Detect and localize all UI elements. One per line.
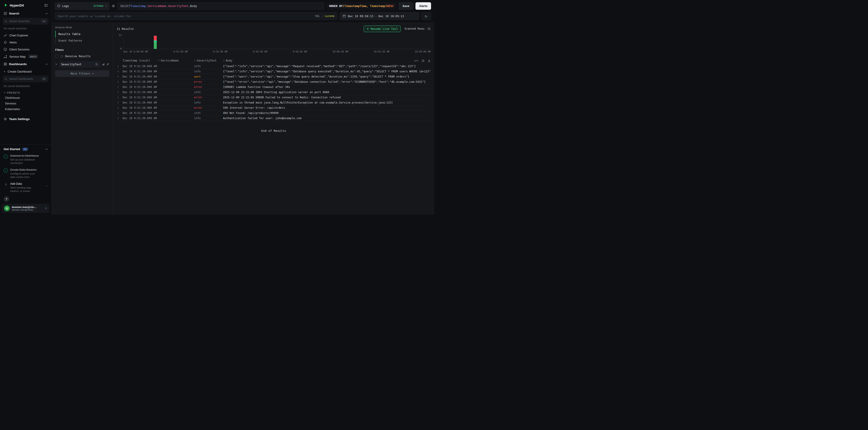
- mode-sql-toggle[interactable]: SQL: [315, 14, 320, 18]
- results-table: Timestamp (Local) ⠿ ServiceName ⠿ Severi…: [117, 58, 431, 121]
- mode-event-patterns[interactable]: Event Patterns: [55, 37, 109, 44]
- event-search-bar[interactable]: SQL | Lucene: [55, 12, 337, 20]
- chevron-right-icon[interactable]: [55, 64, 57, 65]
- row-timestamp: Dec 10 9:51:30.000 AM: [123, 111, 158, 114]
- table-row[interactable]: Dec 10 9:51:30.000 AM info 2025-12-09 22…: [117, 90, 431, 95]
- table-row[interactable]: Dec 10 9:51:30.000 AM error {"level":"er…: [117, 79, 431, 85]
- row-body: Authentication failed for user: john@exa…: [223, 117, 431, 120]
- denoise-checkbox[interactable]: [55, 55, 58, 58]
- row-expand-icon[interactable]: [117, 118, 123, 119]
- chart-y-axis: 12 0: [117, 35, 123, 49]
- drag-handle-icon[interactable]: ⠿: [194, 60, 196, 62]
- row-expand-icon[interactable]: [117, 97, 123, 98]
- filter-search-icon[interactable]: [95, 63, 98, 66]
- saved-dashboards-input[interactable]: Saved Dashboards ⌘K: [3, 75, 49, 82]
- row-severity: error: [194, 96, 223, 99]
- preset-item-services[interactable]: Services: [0, 101, 51, 106]
- results-count: 11 Results: [117, 27, 134, 31]
- table-row[interactable]: Dec 10 9:51:30.000 AM error [ERROR] Lamb…: [117, 85, 431, 90]
- search-input[interactable]: [58, 14, 312, 18]
- get-started-item-add-data[interactable]: 3 Add Data Start sending logs, metrics, …: [4, 182, 48, 193]
- mode-lucene-toggle[interactable]: Lucene: [325, 14, 335, 18]
- table-row[interactable]: Dec 10 9:51:30.000 AM error 500 Internal…: [117, 105, 431, 110]
- chart-x-tick: 10:02:30 AM: [374, 50, 390, 53]
- run-query-button[interactable]: ▷: [422, 12, 431, 20]
- row-body: {"level":"info","service":"api","message…: [223, 65, 431, 68]
- source-selector[interactable]: Logs Schema: [55, 2, 110, 10]
- presets-toggle[interactable]: PRESETS: [0, 90, 51, 95]
- more-filters-button[interactable]: More filters: [55, 70, 109, 77]
- table-row[interactable]: Dec 10 9:51:30.000 AM info 404 Not Found…: [117, 110, 431, 116]
- chart-plot-area[interactable]: [123, 35, 431, 49]
- row-body: 2025-12-09 22:15:00 INFO Starting applic…: [223, 91, 431, 94]
- drag-handle-icon[interactable]: ⠿: [158, 60, 159, 62]
- denoise-results-toggle[interactable]: Denoise Results: [55, 55, 109, 58]
- filter-chart-icon[interactable]: [102, 63, 105, 66]
- row-expand-icon[interactable]: [117, 81, 123, 82]
- sidebar-item-client-sessions[interactable]: Client Sessions: [0, 46, 51, 53]
- column-header-timestamp[interactable]: Timestamp (Local): [123, 59, 158, 62]
- arrow-right-icon: →: [45, 184, 48, 193]
- row-expand-icon[interactable]: [117, 102, 123, 103]
- row-timestamp: Dec 10 9:51:30.000 AM: [123, 65, 158, 68]
- sidebar-item-alerts[interactable]: Alerts: [0, 39, 51, 46]
- table-row[interactable]: Dec 10 9:51:30.000 AM info {"level":"inf…: [117, 64, 431, 69]
- calendar-icon: [343, 14, 346, 18]
- filter-pin-icon[interactable]: [106, 63, 109, 66]
- save-button[interactable]: Save: [399, 2, 413, 10]
- row-expand-icon[interactable]: [117, 86, 123, 88]
- shortcut-badge: ⌘K: [41, 77, 47, 81]
- logs-source-icon: [57, 4, 60, 7]
- sidebar-item-chart-explorer[interactable]: Chart Explorer: [0, 32, 51, 39]
- query-field: Body: [190, 4, 197, 8]
- query-field: Timestamp: [130, 4, 146, 8]
- preset-item-kubernetes[interactable]: Kubernetes: [0, 106, 51, 112]
- query-comma: ,: [188, 4, 190, 8]
- resume-live-tail-button[interactable]: Resume Live Tail: [364, 26, 401, 32]
- sidebar-item-search[interactable]: Search: [0, 9, 51, 18]
- row-expand-icon[interactable]: [117, 76, 123, 77]
- row-expand-icon[interactable]: [117, 112, 123, 114]
- chevron-right-icon: [45, 207, 47, 209]
- help-button[interactable]: ?: [4, 196, 9, 202]
- source-settings-gear-icon[interactable]: [112, 4, 115, 8]
- sidebar-item-team-settings[interactable]: Team Settings: [0, 115, 51, 123]
- chart-bar[interactable]: [154, 35, 157, 49]
- table-row[interactable]: Dec 10 9:51:30.000 AM info Exception in …: [117, 100, 431, 105]
- column-header-severitytext[interactable]: ⠿ SeverityText: [194, 59, 223, 62]
- row-severity: warn: [194, 75, 223, 78]
- row-settings-icon[interactable]: [422, 59, 425, 62]
- row-expand-icon[interactable]: [117, 71, 123, 72]
- row-expand-icon[interactable]: [117, 107, 123, 108]
- date-range-picker[interactable]: Dec 10 09:50:13 - Dec 10 10:05:13: [340, 12, 419, 20]
- row-expand-icon[interactable]: [117, 92, 123, 93]
- row-expand-icon[interactable]: [117, 66, 123, 67]
- get-started-header[interactable]: Get Started 2/3: [4, 147, 48, 151]
- table-row[interactable]: Dec 10 9:51:30.000 AM warn {"level":"war…: [117, 74, 431, 79]
- create-dashboard-button[interactable]: + Create Dashboard: [0, 68, 51, 75]
- code-view-icon[interactable]: </>: [414, 59, 418, 62]
- get-started-item-sources[interactable]: ✓ Create Data Sources Configure where yo…: [4, 168, 48, 179]
- query-field: ServiceName: [148, 4, 166, 8]
- play-icon: ▷: [425, 14, 428, 18]
- sidebar-collapse-icon[interactable]: [44, 4, 48, 7]
- drag-handle-icon[interactable]: ⠿: [223, 60, 224, 62]
- column-header-body[interactable]: ⠿ Body </>: [223, 59, 431, 62]
- alerts-button[interactable]: Alerts: [415, 2, 431, 10]
- get-started-item-connect[interactable]: ✓ Connect to ClickHouse Set up your data…: [4, 154, 48, 165]
- sql-query-editor[interactable]: SELECT Timestamp,ServiceName,SeverityTex…: [117, 2, 324, 10]
- column-header-servicename[interactable]: ⠿ ServiceName: [158, 59, 194, 62]
- sidebar-item-service-map[interactable]: Service Map BETA: [0, 53, 51, 60]
- download-icon[interactable]: [428, 59, 431, 62]
- filter-group-pill[interactable]: SeverityText: [59, 61, 100, 67]
- user-menu[interactable]: D dominic.tran@clic... dominic.tran@clic…: [2, 204, 50, 213]
- preset-item-clickhouse[interactable]: ClickHouse: [0, 95, 51, 101]
- table-row[interactable]: Dec 10 9:51:30.000 AM info Authenticatio…: [117, 116, 431, 121]
- topbar-row-search: SQL | Lucene Dec 10 09:50:13 - Dec 10 10…: [52, 12, 434, 23]
- row-severity: error: [194, 80, 223, 84]
- mode-results-table[interactable]: Results Table: [55, 31, 109, 37]
- sidebar-item-dashboards[interactable]: Dashboards: [0, 60, 51, 68]
- table-row[interactable]: Dec 10 9:51:30.000 AM info {"level":"inf…: [117, 69, 431, 74]
- table-row[interactable]: Dec 10 9:51:30.000 AM error 2025-12-09 2…: [117, 95, 431, 100]
- saved-searches-input[interactable]: Saved Searches ⌘K: [3, 18, 49, 25]
